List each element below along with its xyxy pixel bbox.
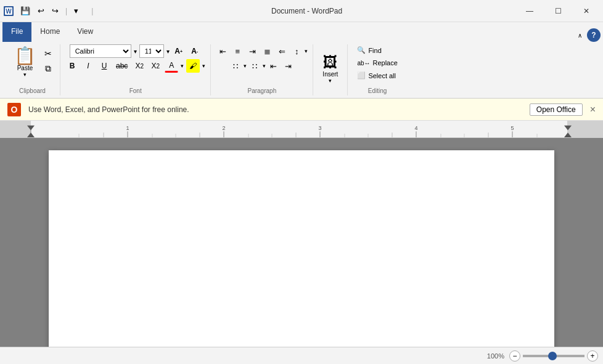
font-label: Font	[129, 87, 142, 95]
status-right: 100% − +	[487, 350, 598, 362]
increase-indent-button[interactable]: ⇥	[282, 59, 295, 73]
font-content: Calibri ▾ 11 ▾ A+ A- B I U abc X2 X2	[65, 44, 205, 86]
rtl-button[interactable]: ⇐	[275, 44, 289, 58]
font-group: Calibri ▾ 11 ▾ A+ A- B I U abc X2 X2	[60, 44, 211, 95]
tab-file[interactable]: File	[2, 22, 31, 42]
superscript-button[interactable]: X2	[149, 59, 162, 73]
font-row-1: Calibri ▾ 11 ▾ A+ A-	[70, 44, 202, 58]
select-all-button[interactable]: ⬜ Select all	[353, 70, 400, 81]
align-left-button[interactable]: ⇤	[216, 44, 229, 58]
save-qat-button[interactable]: 💾	[17, 4, 33, 17]
title-bar: W 💾 ↩ ↪ | ▾ | Document - WordPad — ☐ ✕	[0, 0, 603, 22]
bold-button[interactable]: B	[65, 59, 79, 73]
minimize-button[interactable]: —	[515, 0, 544, 22]
align-right-button[interactable]: ⇥	[245, 44, 259, 58]
font-size-dropdown-icon: ▾	[134, 48, 137, 55]
editing-group: 🔍 Find ab↔ Replace ⬜ Select all Editing	[348, 44, 406, 95]
center-button[interactable]: ≡	[231, 44, 244, 58]
clipboard-sub-buttons: ✂ ⧉	[41, 44, 55, 75]
window-title: Document - WordPad	[98, 7, 515, 15]
line-spacing-dropdown[interactable]: ▾	[305, 48, 308, 54]
clipboard-content: 📋 Paste ▾ ✂ ⧉	[10, 44, 55, 86]
redo-qat-button[interactable]: ↪	[49, 4, 62, 17]
app-icon: W	[2, 5, 15, 17]
find-icon: 🔍	[357, 46, 366, 54]
highlight-button[interactable]: 🖌	[186, 59, 200, 73]
svg-text:5: 5	[511, 126, 514, 132]
numbering-button[interactable]: ∷	[248, 59, 261, 73]
grow-font-button[interactable]: A+	[172, 44, 186, 58]
numbering-dropdown[interactable]: ▾	[263, 63, 266, 69]
insert-label: Insert	[322, 71, 338, 78]
close-button[interactable]: ✕	[572, 0, 601, 22]
copy-icon: ⧉	[45, 63, 51, 74]
ribbon: 📋 Paste ▾ ✂ ⧉ Clipboard	[0, 42, 603, 99]
svg-rect-4	[0, 121, 31, 137]
cut-button[interactable]: ✂	[41, 47, 55, 60]
paragraph-group: ⇤ ≡ ⇥ ≣ ⇐ ↕ ▾ ∷ ▾ ∷ ▾ ⇤ ⇥ Paragraph	[211, 44, 313, 95]
window-controls: — ☐ ✕	[515, 0, 601, 22]
paste-icon: 📋	[14, 47, 36, 65]
customize-qat-button[interactable]: ▾	[71, 4, 81, 17]
paste-dropdown-icon: ▾	[23, 71, 27, 78]
ribbon-right-controls: ∧ ?	[575, 28, 601, 42]
shrink-font-button[interactable]: A-	[188, 44, 202, 58]
document-area[interactable]	[0, 138, 603, 347]
open-office-button[interactable]: Open Office	[530, 103, 583, 116]
copy-button[interactable]: ⧉	[41, 62, 55, 75]
italic-button[interactable]: I	[81, 59, 95, 73]
paste-label: Paste	[17, 65, 33, 71]
zoom-out-button[interactable]: −	[509, 350, 520, 362]
paste-button[interactable]: 📋 Paste ▾	[10, 44, 40, 81]
office-icon: O	[7, 103, 21, 116]
tab-home[interactable]: Home	[31, 22, 68, 42]
underline-button[interactable]: U	[97, 59, 111, 73]
highlight-dropdown[interactable]: ▾	[202, 63, 205, 69]
insert-group: 🖼 Insert ▾	[313, 44, 348, 95]
select-all-label: Select all	[368, 72, 396, 79]
subscript-button[interactable]: X2	[133, 59, 146, 73]
decrease-indent-button[interactable]: ⇤	[267, 59, 281, 73]
svg-rect-5	[567, 121, 603, 137]
editing-content: 🔍 Find ab↔ Replace ⬜ Select all	[353, 44, 401, 86]
clipboard-group: 📋 Paste ▾ ✂ ⧉ Clipboard	[5, 44, 60, 95]
replace-icon: ab↔	[357, 60, 370, 67]
find-label: Find	[368, 47, 381, 54]
font-color-dropdown[interactable]: ▾	[181, 63, 184, 69]
insert-button[interactable]: 🖼 Insert ▾	[318, 51, 342, 87]
help-button[interactable]: ?	[587, 28, 601, 42]
svg-text:W: W	[6, 8, 12, 15]
svg-text:4: 4	[414, 126, 417, 132]
paragraph-content: ⇤ ≡ ⇥ ≣ ⇐ ↕ ▾ ∷ ▾ ∷ ▾ ⇤ ⇥	[216, 44, 308, 86]
find-button[interactable]: 🔍 Find	[353, 44, 385, 56]
line-spacing-button[interactable]: ↕	[290, 44, 303, 58]
zoom-controls: − +	[509, 350, 598, 362]
font-family-select[interactable]: Calibri	[70, 44, 131, 58]
insert-dropdown-icon: ▾	[329, 78, 332, 84]
insert-content: 🖼 Insert ▾	[318, 44, 342, 93]
zoom-slider[interactable]	[523, 355, 585, 357]
zoom-in-button[interactable]: +	[587, 350, 598, 362]
replace-button[interactable]: ab↔ Replace	[353, 57, 401, 68]
svg-text:1: 1	[126, 126, 129, 132]
strikethrough-button[interactable]: abc	[113, 59, 130, 73]
justify-button[interactable]: ≣	[260, 44, 274, 58]
main-content: File Home View ∧ ? 📋 Paste ▾ ✂	[0, 22, 603, 364]
undo-qat-button[interactable]: ↩	[35, 4, 47, 17]
notification-close-button[interactable]: ×	[590, 104, 596, 115]
quick-access-toolbar: 💾 ↩ ↪ | ▾	[17, 4, 81, 17]
font-color-button[interactable]: A	[165, 59, 178, 73]
bullets-dropdown[interactable]: ▾	[244, 63, 247, 69]
clipboard-label: Clipboard	[19, 87, 46, 95]
collapse-ribbon-button[interactable]: ∧	[575, 30, 585, 41]
editing-label: Editing	[368, 87, 387, 95]
ruler-svg: 1 2 3	[0, 121, 603, 137]
font-size-select[interactable]: 11	[139, 44, 164, 58]
notification-bar: O Use Word, Excel, and PowerPoint for fr…	[0, 99, 603, 121]
maximize-button[interactable]: ☐	[544, 0, 572, 22]
insert-icon: 🖼	[323, 54, 338, 71]
document-page[interactable]	[49, 150, 554, 347]
tab-view[interactable]: View	[68, 22, 102, 42]
font-size-dropdown-icon2: ▾	[166, 48, 170, 55]
bullets-button[interactable]: ∷	[229, 59, 242, 73]
